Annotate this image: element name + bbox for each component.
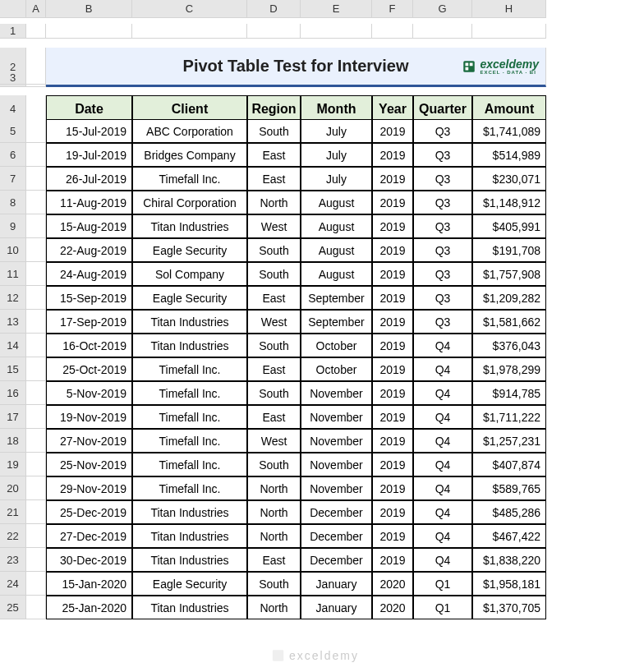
table-cell[interactable]: South [247, 453, 301, 476]
cell-a5[interactable] [26, 119, 46, 143]
cell-a11[interactable] [26, 262, 46, 286]
table-cell[interactable]: $1,838,220 [472, 548, 546, 572]
table-cell[interactable]: October [301, 357, 372, 381]
table-cell[interactable]: Chiral Corporation [132, 191, 247, 214]
table-cell[interactable]: Bridges Company [132, 143, 247, 167]
table-cell[interactable]: 19-Nov-2019 [46, 405, 132, 429]
cell-a21[interactable] [26, 500, 46, 524]
cell-a8[interactable] [26, 191, 46, 214]
table-cell[interactable]: Timefall Inc. [132, 453, 247, 476]
table-cell[interactable]: $405,991 [472, 214, 546, 238]
table-cell[interactable]: January [301, 572, 372, 596]
table-cell[interactable]: $1,741,089 [472, 119, 546, 143]
row-head-9[interactable]: 9 [0, 214, 26, 238]
cell-a16[interactable] [26, 381, 46, 405]
row-head-13[interactable]: 13 [0, 310, 26, 334]
table-cell[interactable]: East [247, 286, 301, 310]
table-cell[interactable]: September [301, 310, 372, 334]
table-cell[interactable]: 2019 [372, 238, 413, 262]
table-cell[interactable]: 2019 [372, 381, 413, 405]
table-cell[interactable]: Q4 [413, 405, 472, 429]
table-cell[interactable]: November [301, 405, 372, 429]
table-cell[interactable]: Eagle Security [132, 572, 247, 596]
table-cell[interactable]: 2019 [372, 429, 413, 453]
row-head-16[interactable]: 16 [0, 381, 26, 405]
table-cell[interactable]: Q3 [413, 191, 472, 214]
table-cell[interactable]: East [247, 405, 301, 429]
table-cell[interactable]: November [301, 453, 372, 476]
table-cell[interactable]: Titan Industries [132, 596, 247, 619]
table-cell[interactable]: $589,765 [472, 476, 546, 500]
table-cell[interactable]: 25-Nov-2019 [46, 453, 132, 476]
table-cell[interactable]: January [301, 596, 372, 619]
table-cell[interactable]: 2019 [372, 357, 413, 381]
cell-a7[interactable] [26, 167, 46, 191]
table-cell[interactable]: July [301, 143, 372, 167]
table-cell[interactable]: 2020 [372, 596, 413, 619]
row-head-6[interactable]: 6 [0, 143, 26, 167]
cell-a1[interactable] [26, 24, 46, 39]
table-cell[interactable]: 29-Nov-2019 [46, 476, 132, 500]
table-cell[interactable]: October [301, 334, 372, 357]
table-cell[interactable]: November [301, 476, 372, 500]
table-cell[interactable]: 2019 [372, 524, 413, 548]
cell-a17[interactable] [26, 405, 46, 429]
table-cell[interactable]: West [247, 310, 301, 334]
cell-a13[interactable] [26, 310, 46, 334]
table-cell[interactable]: East [247, 548, 301, 572]
col-head-H[interactable]: H [472, 0, 546, 18]
table-cell[interactable]: Q4 [413, 548, 472, 572]
row-head-5[interactable]: 5 [0, 119, 26, 143]
cell-a22[interactable] [26, 524, 46, 548]
table-cell[interactable]: South [247, 572, 301, 596]
table-cell[interactable]: September [301, 286, 372, 310]
cell-a9[interactable] [26, 214, 46, 238]
cell-a18[interactable] [26, 429, 46, 453]
table-cell[interactable]: $1,257,231 [472, 429, 546, 453]
row-head-1[interactable]: 1 [0, 24, 26, 39]
table-cell[interactable]: Q4 [413, 476, 472, 500]
table-cell[interactable]: Q4 [413, 524, 472, 548]
table-cell[interactable]: $230,071 [472, 167, 546, 191]
cell-a24[interactable] [26, 572, 46, 596]
table-cell[interactable]: Titan Industries [132, 310, 247, 334]
table-cell[interactable]: 25-Jan-2020 [46, 596, 132, 619]
table-cell[interactable]: Q4 [413, 381, 472, 405]
empty-cell[interactable] [413, 24, 472, 39]
table-cell[interactable]: North [247, 500, 301, 524]
row-head-21[interactable]: 21 [0, 500, 26, 524]
table-cell[interactable]: Q3 [413, 119, 472, 143]
table-cell[interactable]: North [247, 596, 301, 619]
empty-cell[interactable] [46, 24, 132, 39]
row-head-14[interactable]: 14 [0, 334, 26, 357]
row-head-17[interactable]: 17 [0, 405, 26, 429]
table-cell[interactable]: Q4 [413, 334, 472, 357]
table-cell[interactable]: 25-Dec-2019 [46, 500, 132, 524]
table-cell[interactable]: North [247, 191, 301, 214]
table-cell[interactable]: East [247, 143, 301, 167]
table-cell[interactable]: 19-Jul-2019 [46, 143, 132, 167]
select-all-corner[interactable] [0, 0, 26, 18]
table-cell[interactable]: November [301, 429, 372, 453]
table-cell[interactable]: Titan Industries [132, 214, 247, 238]
cell-a10[interactable] [26, 238, 46, 262]
table-cell[interactable]: South [247, 381, 301, 405]
table-cell[interactable]: 2019 [372, 548, 413, 572]
row-head-10[interactable]: 10 [0, 238, 26, 262]
col-head-B[interactable]: B [46, 0, 132, 18]
table-cell[interactable]: 15-Jul-2019 [46, 119, 132, 143]
col-head-A[interactable]: A [26, 0, 46, 18]
table-cell[interactable]: South [247, 334, 301, 357]
table-cell[interactable]: Timefall Inc. [132, 167, 247, 191]
table-cell[interactable]: Titan Industries [132, 548, 247, 572]
table-cell[interactable]: $485,286 [472, 500, 546, 524]
cell-a25[interactable] [26, 596, 46, 619]
table-cell[interactable]: 2019 [372, 167, 413, 191]
row-head-19[interactable]: 19 [0, 453, 26, 476]
col-head-F[interactable]: F [372, 0, 413, 18]
cell-a3[interactable] [26, 71, 46, 85]
table-cell[interactable]: 2019 [372, 476, 413, 500]
table-cell[interactable]: 2019 [372, 310, 413, 334]
table-cell[interactable]: Timefall Inc. [132, 429, 247, 453]
table-cell[interactable]: December [301, 548, 372, 572]
